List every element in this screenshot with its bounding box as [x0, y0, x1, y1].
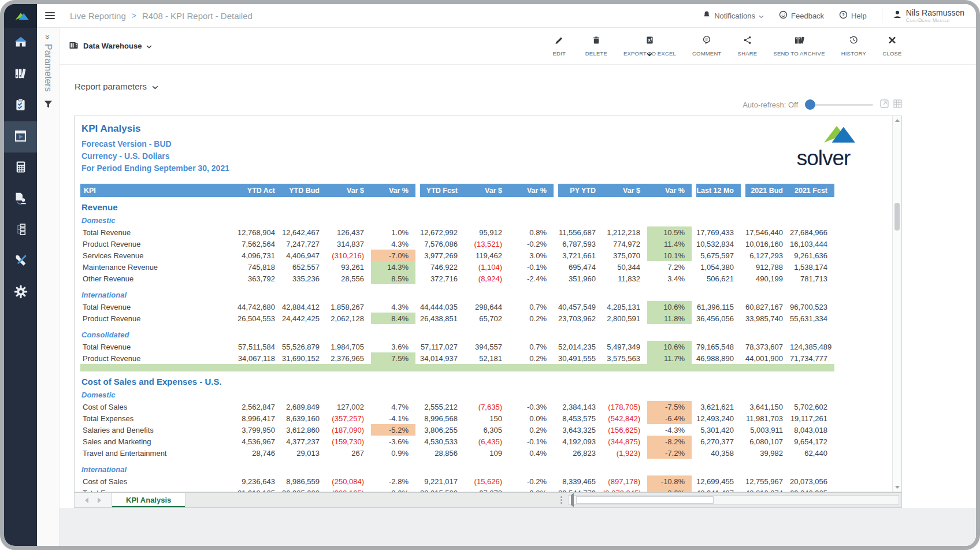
cell-gap [741, 226, 745, 238]
scrollbar-thumb[interactable] [576, 496, 714, 504]
cell-gap [741, 238, 745, 250]
feedback-button[interactable]: Feedback [779, 10, 824, 21]
cell-gap [415, 273, 420, 284]
cell-gap [554, 401, 558, 412]
send-to-archive-button[interactable]: SEND TO ARCHIVE [773, 35, 825, 57]
expand-panel-icon[interactable]: » [43, 35, 53, 39]
cell: 31,690,152 [282, 352, 326, 364]
subsection-heading: Consolidated [80, 329, 834, 341]
sidebar-item-tools[interactable] [4, 246, 37, 277]
scroll-left-icon[interactable] [571, 493, 574, 507]
cell-gap [741, 424, 745, 436]
cell: 1,984,705 [326, 341, 371, 352]
sheet-nav [75, 493, 112, 507]
cell-gap [741, 352, 745, 364]
subsection-heading: International [80, 463, 834, 475]
maximize-icon[interactable] [880, 99, 889, 110]
cell: 11.4% [647, 238, 692, 250]
cell: 60,827,167 [745, 301, 790, 313]
comment-icon [702, 35, 711, 47]
prev-sheet-icon[interactable] [85, 497, 88, 503]
cell: 11,832 [603, 273, 647, 284]
vertical-scrollbar[interactable] [892, 116, 901, 492]
horizontal-scrollbar[interactable] [568, 495, 899, 505]
notifications-label: Notifications [714, 12, 755, 20]
help-button[interactable]: ? Help [839, 10, 867, 21]
cell-gap [692, 341, 696, 352]
tab-scroll-splitter[interactable] [555, 496, 568, 504]
edit-button[interactable]: EDIT [550, 35, 569, 57]
cell: 1,212,218 [603, 226, 647, 238]
cell: 0.2% [509, 424, 554, 436]
sidebar-item-budgeting[interactable] [4, 153, 37, 184]
scroll-up-icon[interactable] [895, 119, 900, 122]
slider-knob-icon[interactable] [805, 99, 815, 110]
report-toolbar: Data Warehouse EDIT DELETE x [60, 28, 976, 65]
report-parameters-toggle[interactable]: Report parameters [75, 81, 158, 91]
cell: 44,742,680 [237, 301, 282, 313]
table-row: Services Revenue4,096,7314,406,947(310,2… [80, 250, 834, 261]
filter-funnel-icon[interactable] [44, 100, 53, 111]
cell: 0.4% [509, 447, 554, 459]
cell: (344,875) [603, 436, 647, 447]
cell: 14.3% [371, 261, 415, 273]
scroll-down-icon[interactable] [895, 486, 900, 489]
share-button[interactable]: SHARE [737, 35, 757, 57]
cell: 695,474 [558, 261, 603, 273]
cell: 0.7% [509, 301, 554, 313]
sidebar-item-data-entry[interactable] [4, 184, 37, 215]
hamburger-icon[interactable] [45, 12, 55, 19]
column-header: YTD Act [237, 184, 282, 197]
notifications-button[interactable]: Notifications [703, 10, 764, 21]
delete-button[interactable]: DELETE [585, 35, 607, 57]
cell: 55,631,334 [790, 313, 834, 324]
cell: (178,705) [603, 401, 647, 412]
person-icon [893, 10, 902, 21]
cell: 4,192,093 [558, 436, 603, 447]
row-label: Cost of Sales [80, 475, 237, 487]
sidebar-item-tasks[interactable] [4, 90, 37, 121]
sheet-tab-kpi-analysis[interactable]: KPI Analysis [112, 493, 185, 507]
sidebar-item-library[interactable] [4, 59, 37, 90]
report-parameters-label: Report parameters [75, 81, 147, 91]
cell: 4,096,731 [237, 250, 282, 261]
auto-refresh-row: Auto-refresh: Off [60, 94, 976, 116]
grid-icon[interactable] [893, 99, 902, 110]
sidebar-item-reports[interactable] [4, 121, 37, 153]
cell: (1,923) [603, 447, 647, 459]
comment-button[interactable]: COMMENT [692, 35, 721, 57]
table-row: Total Revenue12,768,90412,642,467126,437… [80, 226, 834, 238]
excel-icon: x [645, 35, 654, 47]
export-to-excel-button[interactable]: x EXPORT TO EXCEL [623, 35, 676, 57]
chevron-down-icon [152, 81, 158, 91]
cell: -0.1% [509, 261, 554, 273]
breadcrumb-section[interactable]: Live Reporting [70, 11, 126, 21]
scrollbar-thumb[interactable] [894, 203, 900, 231]
close-button[interactable]: CLOSE [882, 35, 902, 57]
cell-gap [692, 447, 696, 459]
cell-gap [692, 238, 696, 250]
cell: 97,378 [465, 487, 509, 492]
sidebar-item-settings[interactable] [4, 277, 37, 309]
cell: 394,557 [465, 341, 509, 352]
row-label: Services Revenue [80, 250, 237, 261]
auto-refresh-slider[interactable] [805, 99, 873, 110]
sidebar-item-home[interactable] [4, 28, 37, 59]
cell: 29,013 [282, 447, 326, 459]
user-menu[interactable]: Nils Rasmussen CorpDemo Master [882, 9, 964, 23]
data-source-selector[interactable]: Data Warehouse [69, 41, 152, 51]
sidebar-item-workflow[interactable] [4, 215, 37, 246]
cell: 20,073,056 [790, 475, 834, 487]
cell: 2,384,143 [558, 401, 603, 412]
cell-gap [554, 475, 558, 487]
cell: 93,261 [326, 261, 371, 273]
cell: 267 [326, 447, 371, 459]
solver-logo-icon[interactable] [4, 4, 37, 28]
report-viewer: KPI Analysis Forecast Version - BUD Curr… [74, 116, 902, 492]
report-subtitle-period: For Period Ending September 30, 2021 [81, 162, 892, 174]
report-title: KPI Analysis [81, 123, 892, 135]
cell-gap [415, 352, 420, 364]
cell-gap [554, 436, 558, 447]
next-sheet-icon[interactable] [98, 497, 101, 503]
history-button[interactable]: HISTORY [841, 35, 866, 57]
